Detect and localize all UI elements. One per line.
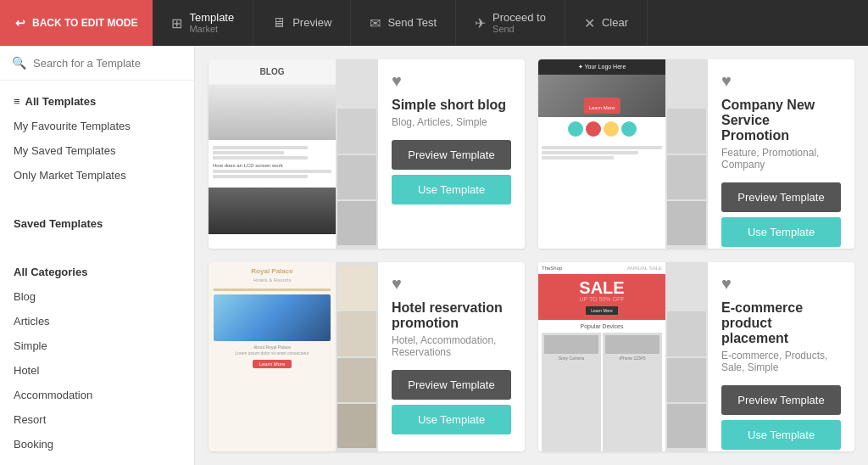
saved-templates-heading: Saved Templates	[0, 211, 194, 236]
card-title-hotel: Hotel reservation promotion	[392, 300, 511, 331]
sidebar-item-resort[interactable]: Resort	[0, 407, 194, 432]
nav-item-preview[interactable]: 🖥 Preview	[253, 0, 351, 46]
hotel-text: About Royal PalaceLorem ipsum dolor sit …	[235, 345, 309, 356]
hotel-thumbnails	[336, 262, 378, 451]
sidebar-item-hotel[interactable]: Hotel	[0, 358, 194, 383]
template-market-icon: ⊞	[171, 15, 182, 31]
back-to-edit-button[interactable]: ↩ BACK TO EDIT MODE	[0, 0, 153, 46]
card-preview-hotel: Royal PalaceHotels & Resorts About Royal…	[209, 262, 378, 451]
all-templates-item[interactable]: ≡ All Templates	[0, 89, 194, 114]
all-templates-label: All Templates	[25, 95, 97, 108]
company-preview-main: ✦ Your Logo Here Learn More	[538, 59, 665, 249]
sidebar-item-booking[interactable]: Booking	[0, 432, 194, 457]
sidebar-item-blog[interactable]: Blog	[0, 284, 194, 309]
filter-icon: ≡	[14, 95, 20, 108]
heart-icon-ecommerce[interactable]: ♥	[721, 274, 841, 294]
nav-template-label: Template	[189, 11, 234, 24]
heart-icon-blog[interactable]: ♥	[392, 71, 511, 91]
simple-label: Simple	[14, 339, 47, 352]
all-categories-label: All Categories	[14, 266, 87, 278]
company-header: ✦ Your Logo Here	[538, 59, 665, 75]
company-text	[538, 141, 665, 165]
hotel-logo: Royal PalaceHotels & Resorts	[251, 267, 292, 285]
my-saved-item[interactable]: My Saved Templates	[0, 138, 194, 163]
nav-item-proceed[interactable]: ✈ Proceed to Send	[456, 0, 565, 46]
blog-preview-main: BLOG How does an LCD screen work	[209, 59, 336, 249]
nav-proceed-sublabel: Send	[492, 24, 546, 35]
sidebar-item-articles[interactable]: Articles	[0, 309, 194, 333]
saved-templates-section: Saved Templates	[0, 203, 194, 244]
nav-items-container: ⊞ Template Market 🖥 Preview ✉ Send Test …	[153, 0, 868, 46]
nav-send-test-label: Send Test	[387, 16, 437, 29]
nav-item-send-test[interactable]: ✉ Send Test	[351, 0, 456, 46]
search-icon: 🔍	[12, 56, 26, 70]
card-preview-company: ✦ Your Logo Here Learn More	[538, 59, 708, 249]
template-card-company: ✦ Your Logo Here Learn More	[538, 59, 854, 249]
ecom-preview-main: TheShop ANNUAL SALE SALE UP TO 50% OFF L…	[538, 262, 665, 451]
clear-icon: ✕	[584, 15, 595, 31]
only-market-label: Only Market Templates	[14, 169, 126, 182]
sidebar-item-simple[interactable]: Simple	[0, 333, 194, 358]
blog-thumbnails	[336, 59, 378, 249]
card-title-blog: Simple short blog	[392, 98, 511, 113]
card-info-company: ♥ Company New Service Promotion Feature,…	[708, 59, 854, 249]
company-thumbnails	[665, 59, 708, 249]
heart-icon-company[interactable]: ♥	[721, 71, 841, 91]
use-button-ecommerce[interactable]: Use Template	[721, 420, 841, 450]
preview-button-ecommerce[interactable]: Preview Template	[721, 385, 841, 415]
ecom-grid: Sony Camera iPhone 12345	[538, 333, 665, 451]
hotel-cta: Learn More	[253, 360, 292, 368]
accommodation-label: Accommodation	[14, 389, 92, 401]
card-tags-ecommerce: E-commerce, Products, Sale, Simple	[721, 350, 841, 373]
blog-header: BLOG	[209, 59, 336, 85]
nav-proceed-label: Proceed to	[492, 11, 546, 24]
send-test-icon: ✉	[370, 15, 381, 31]
nav-template-sublabel: Market	[189, 24, 234, 35]
use-button-blog[interactable]: Use Template	[392, 175, 511, 204]
card-info-ecommerce: ♥ E-commerce product placement E-commerc…	[708, 262, 854, 451]
sidebar-item-reservations[interactable]: Reservations	[0, 457, 194, 465]
preview-button-hotel[interactable]: Preview Template	[392, 370, 511, 400]
template-card-ecommerce: TheShop ANNUAL SALE SALE UP TO 50% OFF L…	[538, 262, 854, 451]
top-navigation: ↩ BACK TO EDIT MODE ⊞ Template Market 🖥 …	[0, 0, 868, 46]
card-title-company: Company New Service Promotion	[721, 98, 841, 143]
booking-label: Booking	[14, 438, 53, 451]
search-box[interactable]: 🔍	[0, 46, 194, 81]
proceed-icon: ✈	[475, 15, 486, 31]
template-grid: BLOG How does an LCD screen work	[195, 46, 868, 465]
ecom-thumbnails	[665, 262, 708, 451]
hotel-img	[214, 294, 331, 341]
template-card-blog: BLOG How does an LCD screen work	[209, 59, 525, 249]
resort-label: Resort	[14, 413, 46, 426]
blog-dark-img	[209, 188, 336, 234]
only-market-item[interactable]: Only Market Templates	[0, 163, 194, 188]
card-info-hotel: ♥ Hotel reservation promotion Hotel, Acc…	[378, 262, 525, 451]
my-favourite-item[interactable]: My Favourite Templates	[0, 114, 194, 138]
nav-preview-label: Preview	[292, 16, 331, 29]
all-categories-heading: All Categories	[0, 260, 194, 284]
search-input[interactable]	[33, 57, 182, 70]
ecom-subtitle: Popular Devices	[538, 320, 665, 333]
card-preview-blog: BLOG How does an LCD screen work	[209, 59, 378, 249]
nav-clear-label: Clear	[602, 16, 628, 29]
card-title-ecommerce: E-commerce product placement	[721, 300, 841, 346]
nav-item-template-market[interactable]: ⊞ Template Market	[153, 0, 253, 46]
nav-item-clear[interactable]: ✕ Clear	[565, 0, 648, 46]
main-section: ≡ All Templates My Favourite Templates M…	[0, 81, 194, 196]
preview-icon: 🖥	[272, 15, 286, 31]
categories-section: All Categories Blog Articles Simple Hote…	[0, 251, 194, 465]
my-favourite-label: My Favourite Templates	[14, 120, 131, 132]
back-button-label: BACK TO EDIT MODE	[32, 17, 137, 29]
sidebar: 🔍 ≡ All Templates My Favourite Templates…	[0, 46, 195, 465]
preview-button-company[interactable]: Preview Template	[721, 182, 841, 212]
hotel-label: Hotel	[14, 364, 39, 377]
use-button-hotel[interactable]: Use Template	[392, 405, 511, 434]
sidebar-item-accommodation[interactable]: Accommodation	[0, 383, 194, 407]
heart-icon-hotel[interactable]: ♥	[392, 274, 511, 294]
blog-label: Blog	[14, 290, 36, 303]
preview-button-blog[interactable]: Preview Template	[392, 140, 511, 170]
ecom-topbar: TheShop ANNUAL SALE	[538, 262, 665, 274]
card-tags-blog: Blog, Articles, Simple	[392, 116, 511, 128]
use-button-company[interactable]: Use Template	[721, 217, 841, 247]
blog-text: How does an LCD screen work	[209, 140, 336, 184]
